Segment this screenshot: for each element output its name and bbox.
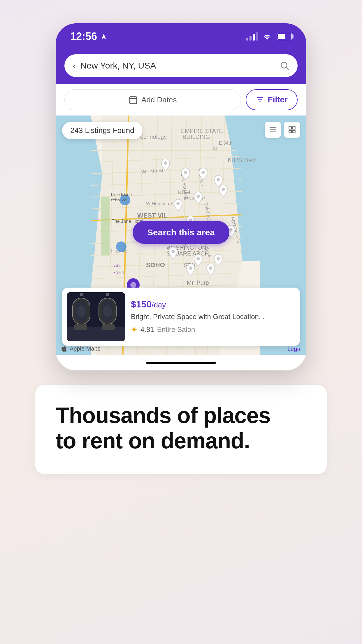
listing-title: Bright, Private Space with Great Locatio… bbox=[131, 312, 289, 321]
listing-info: $150/day Bright, Private Space with Grea… bbox=[125, 299, 295, 334]
svg-point-82 bbox=[196, 195, 200, 198]
filter-label: Filter bbox=[268, 95, 288, 104]
svg-text:An...: An... bbox=[114, 263, 124, 268]
svg-rect-100 bbox=[293, 130, 295, 133]
svg-point-65 bbox=[116, 242, 126, 252]
svg-point-110 bbox=[106, 293, 109, 296]
caption-line2: to rent on demand. bbox=[56, 428, 250, 453]
legal-link[interactable]: Legal bbox=[287, 346, 302, 352]
map-pin[interactable] bbox=[198, 168, 208, 180]
grid-view-button[interactable] bbox=[284, 122, 300, 138]
svg-text:Little Island: Little Island bbox=[111, 192, 132, 197]
svg-point-0 bbox=[281, 62, 287, 68]
list-view-button[interactable] bbox=[265, 122, 281, 138]
caption-section: Thousands of places to rent on demand. bbox=[35, 385, 327, 474]
map-pin[interactable] bbox=[194, 192, 203, 204]
svg-text:St: St bbox=[213, 146, 217, 151]
list-icon bbox=[269, 126, 277, 134]
svg-rect-98 bbox=[293, 127, 295, 129]
svg-point-81 bbox=[222, 188, 225, 191]
search-area-header: ‹ New York, NY, USA bbox=[56, 50, 306, 84]
svg-text:WEST VIL: WEST VIL bbox=[137, 212, 168, 219]
status-icons bbox=[246, 32, 292, 41]
svg-text:SOHO: SOHO bbox=[146, 261, 165, 269]
listings-count: 243 Listings Found bbox=[70, 126, 134, 135]
svg-point-90 bbox=[217, 257, 220, 260]
svg-point-92 bbox=[209, 266, 212, 270]
search-icon[interactable] bbox=[280, 61, 289, 71]
svg-text:BUILDING: BUILDING bbox=[182, 134, 210, 140]
svg-point-112 bbox=[103, 305, 112, 317]
status-time: 12:56 bbox=[70, 30, 107, 43]
listing-image bbox=[67, 292, 125, 341]
phone-frame: 12:56 ‹ New York, NY, USA bbox=[56, 23, 306, 370]
add-dates-button[interactable]: Add Dates bbox=[64, 89, 241, 110]
svg-rect-97 bbox=[289, 127, 291, 129]
listing-price: $150/day bbox=[131, 299, 289, 310]
price-value: $150 bbox=[131, 299, 152, 309]
filter-bar: Add Dates Filter bbox=[56, 84, 306, 116]
map-container[interactable]: WEST VIL SOHO TRIBECA CHINATOWN Mr. Purp… bbox=[56, 116, 306, 355]
search-bar[interactable]: ‹ New York, NY, USA bbox=[64, 54, 298, 77]
status-bar: 12:56 bbox=[56, 23, 306, 50]
svg-text:KIPS BAY: KIPS BAY bbox=[228, 156, 256, 164]
signal-icon bbox=[246, 32, 258, 41]
filter-button[interactable]: Filter bbox=[246, 89, 298, 110]
map-pin[interactable] bbox=[206, 264, 215, 275]
card-peek bbox=[277, 288, 300, 346]
svg-rect-36 bbox=[101, 197, 110, 256]
caption-text: Thousands of places to rent on demand. bbox=[56, 402, 306, 454]
svg-point-80 bbox=[217, 178, 220, 181]
svg-point-83 bbox=[176, 202, 180, 205]
filter-icon bbox=[256, 95, 264, 104]
search-this-area-button[interactable]: Search this area bbox=[133, 221, 229, 244]
svg-point-88 bbox=[171, 250, 175, 253]
svg-rect-2 bbox=[130, 97, 137, 104]
map-pin[interactable] bbox=[161, 159, 170, 170]
home-indicator bbox=[56, 355, 306, 370]
wifi-icon bbox=[263, 33, 272, 40]
location-text: New York, NY, USA bbox=[80, 61, 275, 71]
svg-point-79 bbox=[201, 171, 205, 174]
map-pin[interactable] bbox=[186, 264, 195, 275]
svg-text:SoHo: SoHo bbox=[113, 270, 124, 275]
price-unit: /day bbox=[152, 300, 166, 309]
listing-meta: ✦ 4.81 Entire Salon bbox=[131, 325, 289, 335]
home-bar bbox=[146, 362, 216, 364]
calendar-icon bbox=[129, 95, 138, 104]
apple-maps-label: Apple Maps bbox=[70, 345, 101, 352]
svg-text:EMPIRE STATE: EMPIRE STATE bbox=[181, 128, 223, 134]
listing-card[interactable]: $150/day Bright, Private Space with Grea… bbox=[62, 288, 300, 346]
svg-point-111 bbox=[77, 305, 86, 317]
map-pin[interactable] bbox=[181, 168, 190, 180]
view-toggle bbox=[265, 122, 300, 138]
listing-rating: 4.81 bbox=[140, 326, 154, 334]
svg-rect-108 bbox=[102, 324, 115, 330]
map-pin[interactable] bbox=[173, 199, 183, 211]
salon-photo bbox=[67, 292, 125, 341]
svg-point-77 bbox=[164, 161, 167, 165]
svg-point-78 bbox=[184, 171, 187, 174]
svg-text:Mr. Purp: Mr. Purp bbox=[187, 279, 209, 286]
svg-rect-107 bbox=[74, 324, 87, 330]
svg-text:@Pier55: @Pier55 bbox=[111, 197, 126, 202]
svg-line-1 bbox=[286, 67, 289, 70]
svg-text:Technology: Technology bbox=[137, 134, 167, 140]
maps-attribution: Apple Maps bbox=[60, 345, 101, 352]
grid-icon bbox=[288, 126, 296, 134]
back-button[interactable]: ‹ bbox=[73, 60, 76, 71]
add-dates-label: Add Dates bbox=[141, 95, 177, 104]
svg-text:W Houston St: W Houston St bbox=[146, 201, 175, 206]
apple-icon bbox=[60, 345, 68, 352]
clock: 12:56 bbox=[70, 30, 97, 43]
svg-rect-99 bbox=[289, 130, 291, 133]
caption-line1: Thousands of places bbox=[56, 403, 270, 428]
map-pin[interactable] bbox=[219, 185, 228, 197]
location-arrow-icon bbox=[101, 33, 107, 40]
svg-point-91 bbox=[189, 266, 192, 270]
svg-point-89 bbox=[196, 257, 200, 260]
svg-text:E 34th: E 34th bbox=[219, 141, 232, 146]
listings-badge: 243 Listings Found bbox=[62, 122, 143, 139]
map-pin[interactable] bbox=[168, 247, 178, 259]
battery-icon bbox=[277, 33, 292, 40]
